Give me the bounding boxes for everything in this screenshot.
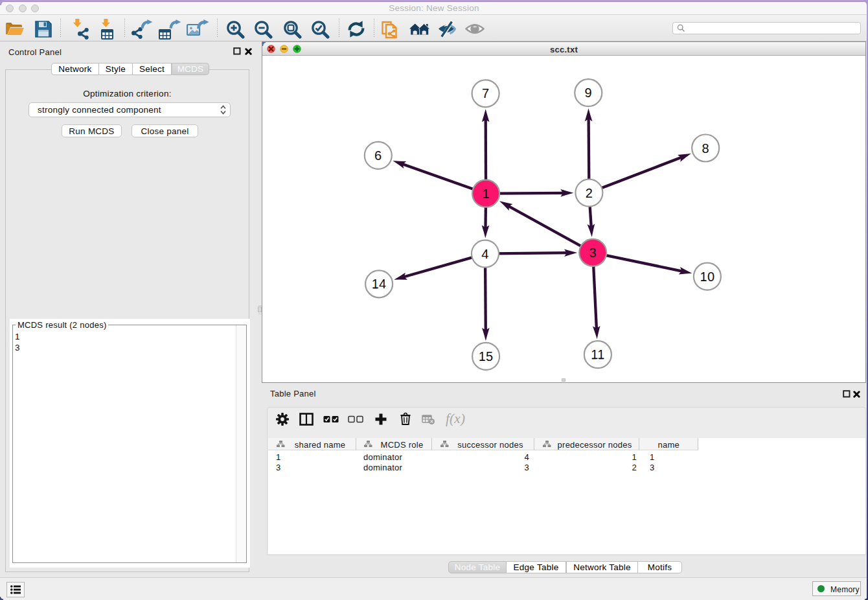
svg-text:14: 14 <box>372 277 387 291</box>
svg-text:4: 4 <box>481 247 488 261</box>
svg-text:6: 6 <box>374 148 382 163</box>
svg-text:1: 1 <box>482 187 489 201</box>
svg-text:2: 2 <box>586 186 593 200</box>
svg-text:9: 9 <box>585 86 592 100</box>
svg-text:15: 15 <box>479 349 494 363</box>
svg-text:11: 11 <box>591 347 604 362</box>
svg-text:8: 8 <box>702 141 709 156</box>
svg-text:3: 3 <box>589 246 597 260</box>
svg-text:7: 7 <box>482 86 489 100</box>
svg-text:10: 10 <box>700 270 715 284</box>
